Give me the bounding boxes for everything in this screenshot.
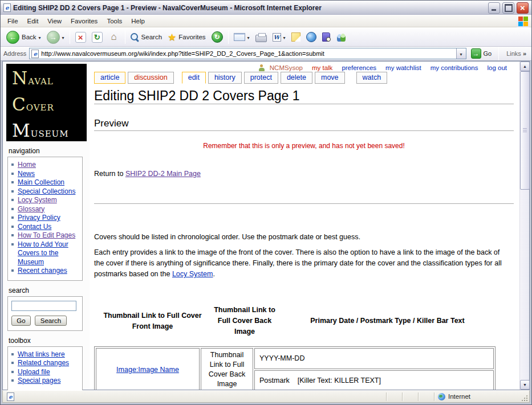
edit-with-word-button[interactable]: [270, 32, 289, 43]
sidebar-item-glossary[interactable]: Glossary: [18, 205, 44, 213]
addressbar-separator: [498, 47, 499, 60]
go-button[interactable]: Go: [469, 48, 494, 59]
username-link[interactable]: NCMSysop: [270, 64, 303, 71]
title-bar[interactable]: Editing SHIP2 DD 2 Covers Page 1 - Previ…: [1, 1, 531, 15]
sidebar-item-locy-system[interactable]: Locy System: [18, 196, 57, 204]
list-item: What links here: [10, 350, 80, 359]
list-item: News: [10, 170, 80, 179]
home-button[interactable]: [105, 30, 123, 44]
list-item: Special pages: [10, 377, 80, 386]
print-button[interactable]: [253, 31, 270, 43]
postmark-cell: Postmark[Killer Text: KILLER TEXT]: [254, 370, 494, 390]
toolbox-item-special-pages[interactable]: Special pages: [18, 377, 60, 384]
site-logo[interactable]: Naval Cover Museum: [6, 64, 87, 141]
scroll-up-button[interactable]: [520, 62, 530, 71]
tab-watch[interactable]: watch: [356, 72, 388, 84]
internet-globe-icon: [438, 393, 445, 400]
tab-history[interactable]: history: [208, 72, 242, 84]
scroll-down-button[interactable]: [520, 380, 530, 390]
resize-grip-icon[interactable]: [521, 394, 528, 402]
sidebar-item-privacy-policy[interactable]: Privacy Policy: [18, 214, 60, 222]
media-button[interactable]: [303, 31, 319, 43]
sidebar-item-add-covers[interactable]: How to Add Your Covers to the Museum: [18, 240, 68, 266]
return-main-page-link[interactable]: SHIP2 DD-2 Main Page: [125, 170, 201, 178]
tab-move[interactable]: move: [315, 72, 345, 84]
stop-button[interactable]: [72, 31, 89, 44]
sidebar-item-how-to-edit[interactable]: How To Edit Pages: [18, 231, 75, 239]
tab-delete[interactable]: delete: [281, 72, 312, 84]
logo-line-cover: Cover: [12, 92, 87, 118]
search-input[interactable]: [11, 301, 76, 311]
sidebar-item-news[interactable]: News: [18, 170, 35, 178]
list-item: Home: [10, 161, 80, 170]
favorites-button[interactable]: Favorites: [165, 31, 209, 43]
back-button[interactable]: Back: [3, 30, 44, 45]
research-book-icon: [322, 32, 330, 42]
ie-document-icon: [3, 3, 11, 12]
sidebar-item-recent-changes[interactable]: Recent changes: [18, 267, 67, 275]
chevron-right-icon: [523, 50, 526, 57]
image-name-link[interactable]: Image:Image Name: [116, 366, 179, 374]
browser-toolbar: Back Search Favorites: [1, 27, 531, 47]
address-label: Address: [3, 50, 26, 57]
refresh-button[interactable]: [89, 31, 105, 44]
toolbox-item-what-links-here[interactable]: What links here: [18, 350, 65, 358]
header-primary-date: Primary Date / Postmark Type / Killer Ba…: [278, 316, 497, 326]
discuss-button[interactable]: [289, 31, 303, 43]
toolbox-item-related-changes[interactable]: Related changes: [18, 359, 69, 367]
back-dropdown-icon[interactable]: [39, 34, 41, 40]
preferences-link[interactable]: preferences: [342, 64, 376, 71]
sidebar-item-main-collection[interactable]: Main Collection: [18, 178, 64, 186]
search-buttons: Go Search: [10, 316, 80, 326]
menu-edit[interactable]: Edit: [23, 16, 43, 26]
edit-dropdown-icon[interactable]: [283, 34, 286, 40]
toolbar-separator: [228, 30, 229, 44]
mail-dropdown-icon[interactable]: [247, 34, 250, 40]
minimize-button[interactable]: [488, 2, 500, 14]
address-input[interactable]: http://www.navalcovermuseum.org/wiki/ind…: [29, 48, 466, 59]
my-talk-link[interactable]: my talk: [312, 64, 332, 71]
history-button[interactable]: [209, 30, 226, 44]
list-item: Related changes: [10, 359, 80, 368]
tab-edit[interactable]: edit: [182, 72, 206, 84]
sidebar-item-home[interactable]: Home: [18, 161, 36, 169]
locy-system-link[interactable]: Locy System: [172, 270, 213, 278]
log-out-link[interactable]: log out: [487, 64, 507, 71]
links-button[interactable]: Links: [504, 50, 529, 57]
research-button[interactable]: [319, 31, 333, 43]
tab-protect[interactable]: protect: [244, 72, 278, 84]
search-button[interactable]: Search: [128, 32, 165, 43]
forward-button[interactable]: [44, 30, 67, 45]
vertical-scrollbar[interactable]: [519, 62, 529, 390]
sidebar-item-contact-us[interactable]: Contact Us: [18, 223, 51, 231]
status-pane: [387, 391, 402, 402]
menu-tools[interactable]: Tools: [102, 16, 127, 26]
personal-bar: NCMSysop my talk preferences my watchlis…: [90, 63, 519, 72]
tab-discussion[interactable]: discussion: [128, 72, 173, 84]
menu-favorites[interactable]: Favorites: [66, 16, 102, 26]
search-go-button[interactable]: Go: [11, 316, 31, 326]
window-title: Editing SHIP2 DD 2 Covers Page 1 - Previ…: [13, 4, 486, 12]
mail-button[interactable]: [231, 32, 253, 42]
forward-dropdown-icon[interactable]: [62, 34, 64, 40]
address-url[interactable]: http://www.navalcovermuseum.org/wiki/ind…: [41, 50, 453, 57]
menu-view[interactable]: View: [43, 16, 66, 26]
my-watchlist-link[interactable]: my watchlist: [385, 64, 421, 71]
menu-help[interactable]: Help: [127, 16, 149, 26]
maximize-button[interactable]: [502, 2, 514, 14]
list-item: Special Collections: [10, 187, 80, 197]
scrollbar-thumb[interactable]: [520, 71, 530, 190]
list-item: How To Edit Pages: [10, 231, 80, 240]
messenger-button[interactable]: [333, 31, 350, 43]
my-contributions-link[interactable]: my contributions: [431, 64, 478, 71]
list-item: How to Add Your Covers to the Museum: [10, 240, 80, 267]
tab-article[interactable]: article: [94, 72, 125, 84]
sidebar-item-special-collections[interactable]: Special Collections: [18, 187, 75, 195]
close-button[interactable]: [517, 2, 529, 14]
search-search-button[interactable]: Search: [35, 316, 67, 326]
chevron-down-icon: [460, 50, 462, 57]
address-dropdown-button[interactable]: [456, 48, 466, 59]
toolbox-item-upload-file[interactable]: Upload file: [18, 368, 50, 376]
menu-file[interactable]: File: [3, 16, 23, 26]
statusbar-frame: Internet: [1, 390, 531, 404]
